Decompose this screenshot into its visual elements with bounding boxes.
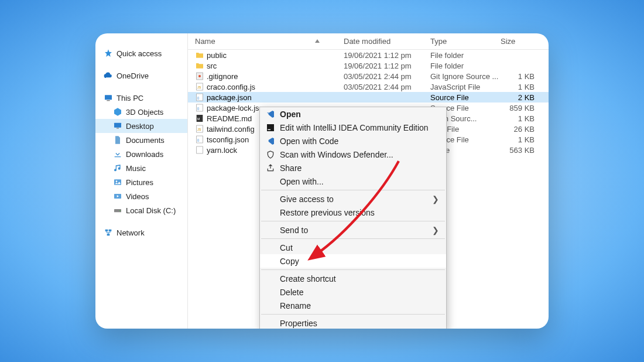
label: Open with Code	[280, 136, 338, 146]
label: Desktop	[126, 122, 154, 131]
menu-scan-defender[interactable]: Scan with Windows Defender...	[260, 148, 446, 161]
sidebar-documents[interactable]: Documents	[95, 133, 187, 147]
sidebar-onedrive[interactable]: OneDrive	[95, 69, 187, 83]
svg-rect-27	[267, 124, 274, 131]
sidebar-videos[interactable]: Videos	[95, 189, 187, 203]
svg-point-13	[198, 75, 201, 77]
label: Restore previous versions	[280, 208, 375, 217]
svg-rect-11	[107, 234, 110, 235]
svg-rect-9	[105, 230, 108, 231]
file-row[interactable]: public19/06/2021 1:12 pmFile folder	[188, 50, 549, 60]
sidebar-pictures[interactable]: Pictures	[95, 175, 187, 189]
menu-give-access[interactable]: Give access to ❯	[260, 192, 446, 206]
label: 3D Objects	[126, 108, 163, 117]
file-name: .gitignore	[207, 72, 344, 81]
file-row[interactable]: JScraco.config.js03/05/2021 2:44 pmJavaS…	[188, 81, 549, 92]
col-type-header[interactable]: Type	[430, 37, 501, 46]
menu-copy[interactable]: Copy	[260, 254, 446, 268]
star-icon	[104, 49, 113, 58]
pc-icon	[104, 93, 113, 103]
sidebar-quick-access[interactable]: Quick access	[95, 46, 187, 60]
label: Pictures	[126, 178, 153, 187]
menu-restore[interactable]: Restore previous versions	[260, 206, 446, 219]
menu-open[interactable]: Open	[260, 107, 446, 121]
disk-icon	[113, 206, 122, 215]
file-size: 859 KB	[501, 104, 538, 112]
menu-delete[interactable]: Delete	[260, 285, 446, 299]
menu-edit-intellij[interactable]: Edit with IntelliJ IDEA Community Editio…	[260, 121, 446, 134]
label: Documents	[126, 136, 165, 145]
label: Send to	[280, 226, 308, 235]
file-name: src	[207, 62, 344, 70]
sidebar-this-pc[interactable]: This PC	[95, 91, 187, 105]
svg-text:{}: {}	[197, 97, 200, 100]
svg-rect-10	[109, 230, 112, 231]
downloads-icon	[113, 149, 122, 159]
menu-properties[interactable]: Properties	[260, 316, 446, 329]
sidebar-music[interactable]: Music	[95, 161, 187, 175]
sidebar-downloads[interactable]: Downloads	[95, 147, 187, 161]
label: Open with...	[280, 177, 324, 186]
label: Properties	[280, 319, 317, 328]
file-icon	[195, 71, 207, 81]
shield-icon	[265, 150, 276, 159]
chevron-right-icon: ❯	[432, 194, 439, 204]
sort-indicator-icon	[314, 37, 320, 46]
intellij-icon	[265, 123, 276, 132]
label: Give access to	[280, 194, 334, 204]
file-date: 03/05/2021 2:44 pm	[344, 83, 430, 91]
menu-rename[interactable]: Rename	[260, 299, 446, 312]
separator	[261, 238, 445, 239]
label: Share	[280, 163, 302, 173]
file-type: File folder	[430, 62, 501, 70]
file-size: 1 KB	[501, 114, 538, 123]
col-date-header[interactable]: Date modified	[344, 37, 430, 46]
label: Scan with Windows Defender...	[280, 150, 393, 159]
menu-open-with[interactable]: Open with...	[260, 175, 446, 188]
file-icon	[195, 61, 207, 70]
label: This PC	[117, 94, 143, 103]
menu-share[interactable]: Share	[260, 161, 446, 175]
file-icon	[195, 50, 207, 60]
pictures-icon	[113, 177, 122, 187]
col-size-header[interactable]: Size	[501, 37, 549, 46]
file-size: 26 KB	[501, 125, 538, 134]
file-date: 19/06/2021 1:12 pm	[344, 62, 430, 70]
svg-point-5	[116, 180, 118, 182]
label: Music	[126, 164, 146, 173]
menu-open-with-code[interactable]: Open with Code	[260, 134, 446, 148]
file-date: 19/06/2021 1:12 pm	[344, 51, 430, 60]
label: Date modified	[344, 37, 390, 46]
label: Copy	[280, 257, 299, 266]
cube-icon	[113, 107, 122, 117]
context-menu: Open Edit with IntelliJ IDEA Community E…	[259, 107, 447, 329]
file-type: Git Ignore Source ...	[430, 72, 501, 81]
file-icon: {}	[195, 93, 207, 102]
label: Network	[117, 228, 145, 237]
sidebar-desktop[interactable]: Desktop	[95, 119, 187, 133]
label: Size	[501, 37, 515, 46]
svg-rect-0	[105, 95, 112, 100]
sidebar-localdisk[interactable]: Local Disk (C:)	[95, 203, 187, 217]
videos-icon	[113, 192, 122, 201]
file-size: 2 KB	[501, 93, 538, 102]
svg-rect-1	[107, 100, 109, 101]
file-row[interactable]: .gitignore03/05/2021 2:44 pmGit Ignore S…	[188, 71, 549, 81]
sidebar-3dobjects[interactable]: 3D Objects	[95, 105, 187, 119]
file-size: 1 KB	[501, 83, 538, 91]
menu-create-shortcut[interactable]: Create shortcut	[260, 272, 446, 285]
sidebar-network[interactable]: Network	[95, 226, 187, 240]
music-icon	[113, 163, 122, 173]
vscode-icon	[265, 136, 276, 146]
col-name-header[interactable]: Name	[195, 37, 344, 46]
file-name: package.json	[207, 93, 344, 102]
label: Videos	[126, 192, 149, 201]
file-row[interactable]: src19/06/2021 1:12 pmFile folder	[188, 60, 549, 71]
label: Rename	[280, 301, 311, 310]
label: Edit with IntelliJ IDEA Community Editio…	[280, 123, 429, 132]
nav-sidebar: Quick access OneDrive This PC 3D Objects	[95, 33, 188, 329]
menu-cut[interactable]: Cut	[260, 241, 446, 254]
menu-send-to[interactable]: Send to ❯	[260, 223, 446, 237]
documents-icon	[113, 135, 122, 145]
file-row[interactable]: {}package.jsonSource File2 KB	[188, 92, 549, 103]
